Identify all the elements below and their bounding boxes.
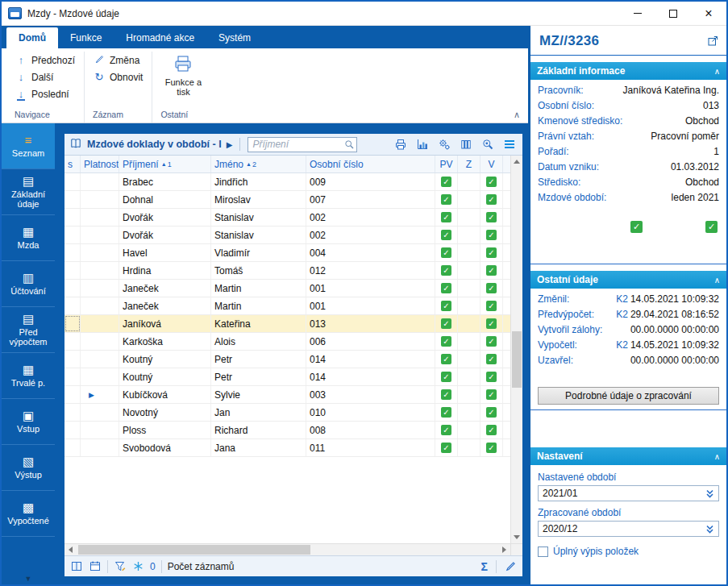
- table-row[interactable]: ▶ Novotný Jan 010 ✓ ✓: [64, 404, 510, 422]
- column-header-jmeno[interactable]: Jméno ▲ 2: [211, 156, 306, 172]
- row-z-cell: [458, 368, 480, 385]
- filter-count: 0: [150, 561, 156, 572]
- sidebar-item[interactable]: ▣ Vstup: [2, 399, 55, 445]
- chart-icon[interactable]: [414, 137, 431, 152]
- snowflake-icon[interactable]: [132, 560, 144, 572]
- tab-funkce[interactable]: Funkce: [58, 27, 114, 48]
- row-firstname: Martin: [211, 297, 306, 314]
- print-icon[interactable]: [393, 137, 409, 152]
- row-pv-cell: ✓: [435, 280, 458, 297]
- table-row[interactable]: ▶ Koutný Petr 014 ✓ ✓: [64, 368, 510, 386]
- detail-value: Obchod: [685, 177, 719, 188]
- row-validity-cell: ▶: [81, 351, 119, 368]
- scrollbar-corner: [510, 544, 522, 555]
- period-select[interactable]: 2021/01: [538, 485, 719, 501]
- sidebar-item[interactable]: ▤ Základní údaje: [2, 169, 55, 215]
- table-row[interactable]: ▶ Janeček Martin 001 ✓ ✓: [64, 297, 510, 315]
- period-select[interactable]: 2020/12: [538, 521, 719, 537]
- print-functions-button[interactable]: Funkce a tisk: [159, 52, 207, 97]
- table-row[interactable]: ▶ Havel Vladimír 004 ✓ ✓: [64, 244, 510, 262]
- processing-details-button[interactable]: Podrobné údaje o zpracování: [538, 387, 719, 405]
- vertical-scrollbar[interactable]: [510, 156, 522, 543]
- sum-icon[interactable]: Σ: [481, 560, 488, 573]
- maximize-button[interactable]: [655, 2, 691, 25]
- sidebar-item[interactable]: ▤ Před výpočtem: [2, 307, 55, 353]
- column-header-v[interactable]: V: [480, 156, 503, 172]
- column-header-pv[interactable]: PV: [435, 156, 458, 172]
- section-header-settings[interactable]: Nastavení ∧: [530, 447, 726, 465]
- sidebar-item[interactable]: ▩ Vypočtené: [2, 491, 55, 537]
- table-row[interactable]: ▶ Dohnal Miroslav 007 ✓ ✓: [64, 191, 510, 209]
- table-row[interactable]: ▶ Svobodová Jana 011 ✓ ✓: [64, 439, 510, 457]
- sidebar-item-label: Před výpočtem: [3, 327, 53, 347]
- sidebar-item[interactable]: ▦ Trvalé p.: [2, 353, 55, 399]
- filter-icon[interactable]: [114, 560, 127, 572]
- scroll-down-button[interactable]: [511, 531, 522, 543]
- horizontal-scroll-track[interactable]: [77, 544, 498, 555]
- last-button[interactable]: ↓ Poslední: [13, 85, 77, 102]
- refresh-button[interactable]: ↻ Obnovit: [91, 69, 145, 85]
- previous-button[interactable]: ↑ Předchozí: [13, 52, 77, 69]
- checkbox[interactable]: [538, 547, 548, 557]
- detail-value-text: 29.04.2021 08:16:52: [630, 309, 719, 320]
- menu-icon[interactable]: [501, 137, 518, 152]
- table-row[interactable]: ▶ Karkoška Alois 006 ✓ ✓: [64, 333, 510, 351]
- section-header-basic[interactable]: Základní informace ∧: [530, 62, 726, 80]
- table-row[interactable]: ▶ Hrdina Tomáš 012 ✓ ✓: [64, 262, 510, 280]
- scroll-left-button[interactable]: [64, 544, 77, 556]
- dropdown-chevrons-icon[interactable]: [705, 524, 714, 534]
- table-row[interactable]: ▶ Janíková Kateřina 013 ✓ ✓: [64, 315, 510, 333]
- sidebar-item[interactable]: ▧ Výstup: [2, 445, 55, 491]
- column-header-prijmeni[interactable]: Příjmení ▲ 1: [119, 156, 211, 172]
- book-view-icon[interactable]: [70, 560, 83, 572]
- scroll-right-button[interactable]: [498, 544, 510, 556]
- sidebar-item[interactable]: ≡ Seznam: [2, 123, 55, 169]
- table-row[interactable]: ▶ Janeček Martin 001 ✓ ✓: [64, 280, 510, 297]
- scroll-up-button[interactable]: [511, 156, 522, 168]
- tab-hromadne-akce[interactable]: Hromadné akce: [114, 27, 206, 48]
- detail-value: K214.05.2021 10:09:32: [616, 293, 719, 305]
- table-row[interactable]: ▶ Brabec Jindřich 009 ✓ ✓: [64, 173, 510, 191]
- column-header-z[interactable]: Z: [458, 156, 480, 172]
- column-header-s[interactable]: s: [64, 156, 81, 172]
- collapse-chevron-icon[interactable]: ∧: [714, 452, 720, 461]
- close-button[interactable]: ×: [691, 2, 726, 25]
- edit-pencil-icon[interactable]: [505, 560, 517, 572]
- horizontal-scrollbar[interactable]: [64, 544, 510, 555]
- section-header-other[interactable]: Ostatní údaje ∧: [530, 271, 726, 289]
- next-button[interactable]: ↓ Další: [13, 69, 77, 85]
- sidebar-more-chevron[interactable]: ▼: [2, 572, 55, 584]
- ribbon-collapse-chevron[interactable]: ∧: [514, 110, 520, 120]
- search-input[interactable]: [248, 137, 357, 152]
- collapse-chevron-icon[interactable]: ∧: [714, 67, 720, 76]
- columns-icon[interactable]: [458, 137, 474, 152]
- vertical-scroll-track[interactable]: [511, 168, 522, 531]
- collapse-chevron-icon[interactable]: ∧: [714, 276, 720, 285]
- sidebar-item[interactable]: ▦ Mzda: [2, 215, 55, 261]
- row-firstname: Stanislav: [211, 209, 306, 226]
- table-row[interactable]: ▶ Dvořák Stanislav 002 ✓ ✓: [64, 227, 510, 244]
- check-icon: ✓: [486, 372, 497, 382]
- zoom-settings-icon[interactable]: [480, 137, 496, 152]
- gears-icon[interactable]: [436, 137, 452, 152]
- open-in-window-icon[interactable]: [707, 35, 719, 49]
- column-header-platnost[interactable]: Platnost: [81, 156, 119, 172]
- column-header-osobni-cislo[interactable]: Osobní číslo: [306, 156, 435, 172]
- table-row[interactable]: ▶ Dvořák Stanislav 002 ✓ ✓: [64, 209, 510, 227]
- calendar-icon[interactable]: [89, 560, 102, 572]
- table-row[interactable]: ▶ Koutný Petr 014 ✓ ✓: [64, 351, 510, 368]
- vertical-scroll-thumb[interactable]: [512, 331, 522, 388]
- sidebar-item[interactable]: ▥ Účtování: [2, 261, 55, 307]
- expand-play-icon[interactable]: ▶: [227, 140, 233, 149]
- tab-system[interactable]: Systém: [206, 27, 263, 48]
- horizontal-scroll-thumb[interactable]: [78, 545, 310, 555]
- tab-domu[interactable]: Domů: [6, 27, 58, 48]
- grid-header: Mzdové doklady v období - I ▶: [64, 134, 522, 156]
- minimize-button[interactable]: [620, 2, 655, 25]
- detail-value: Obchod: [685, 115, 719, 127]
- table-row[interactable]: ▶ Ploss Richard 008 ✓ ✓: [64, 422, 510, 439]
- change-button[interactable]: Změna: [91, 52, 145, 69]
- table-row[interactable]: ▶ Kubíčková Sylvie 003 ✓ ✓: [64, 386, 510, 404]
- dropdown-chevrons-icon[interactable]: [705, 488, 714, 499]
- check-icon: ✓: [441, 301, 451, 311]
